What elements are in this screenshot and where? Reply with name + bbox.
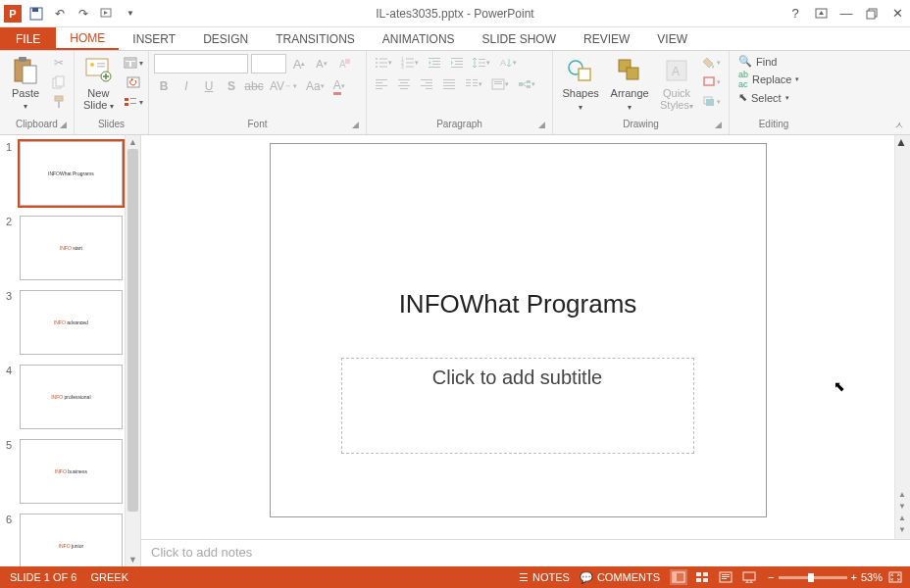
- drawing-launcher-icon[interactable]: ◢: [715, 120, 722, 129]
- notes-pane[interactable]: Click to add notes: [141, 539, 910, 566]
- close-icon[interactable]: ✕: [888, 5, 906, 23]
- slide-canvas[interactable]: INFOWhat Programs Click to add subtitle …: [141, 135, 894, 539]
- smartart-icon[interactable]: ▾: [515, 75, 538, 93]
- copy-icon[interactable]: [49, 74, 69, 91]
- editor-scroll-up-icon[interactable]: ▲: [895, 135, 910, 149]
- tab-animations[interactable]: ANIMATIONS: [369, 27, 469, 50]
- slideshow-view-icon[interactable]: [740, 569, 758, 585]
- zoom-in-icon[interactable]: +: [851, 571, 857, 583]
- tab-slide-show[interactable]: SLIDE SHOW: [469, 27, 570, 50]
- tab-file[interactable]: FILE: [0, 27, 56, 50]
- align-right-icon[interactable]: [417, 75, 436, 93]
- start-from-beginning-icon[interactable]: [98, 5, 116, 23]
- align-text-icon[interactable]: ▾: [488, 75, 512, 93]
- clipboard-launcher-icon[interactable]: ◢: [60, 120, 67, 129]
- shape-effects-icon[interactable]: ▾: [700, 93, 724, 111]
- cut-icon[interactable]: ✂: [49, 54, 69, 72]
- language-status[interactable]: GREEK: [90, 571, 128, 583]
- format-painter-icon[interactable]: [49, 93, 69, 111]
- scroll-up-icon[interactable]: ▲: [126, 135, 140, 149]
- collapse-ribbon-icon[interactable]: ㅅ: [894, 119, 904, 132]
- tab-design[interactable]: DESIGN: [189, 27, 262, 50]
- slide-thumbnail[interactable]: INFO junior: [20, 514, 123, 566]
- char-spacing-icon[interactable]: AV↔ ▾: [267, 77, 300, 95]
- comments-toggle[interactable]: 💬COMMENTS: [580, 571, 660, 584]
- font-color-icon[interactable]: A ▾: [330, 77, 348, 95]
- slide-thumbnail[interactable]: INFOWhat Programs: [20, 141, 123, 206]
- quick-styles-button[interactable]: A Quick Styles▾: [656, 54, 697, 114]
- save-icon[interactable]: [27, 5, 45, 23]
- zoom-out-icon[interactable]: −: [768, 571, 774, 583]
- align-center-icon[interactable]: [394, 75, 414, 93]
- align-left-icon[interactable]: [372, 75, 391, 93]
- normal-view-icon[interactable]: [670, 569, 687, 585]
- slide-counter[interactable]: SLIDE 1 OF 6: [10, 571, 76, 583]
- reset-icon[interactable]: [121, 74, 146, 91]
- columns-icon[interactable]: ▾: [462, 75, 485, 93]
- underline-icon[interactable]: U: [199, 77, 219, 95]
- slide-thumbnail[interactable]: INFO start: [20, 216, 123, 280]
- paragraph-launcher-icon[interactable]: ◢: [538, 120, 545, 129]
- shadow-icon[interactable]: S: [222, 77, 241, 95]
- slide-thumbnail[interactable]: INFO professional: [20, 365, 123, 429]
- decrease-indent-icon[interactable]: [425, 54, 444, 72]
- shape-fill-icon[interactable]: ▾: [700, 54, 724, 72]
- slide[interactable]: INFOWhat Programs Click to add subtitle: [270, 143, 767, 517]
- zoom-slider[interactable]: [779, 576, 847, 579]
- italic-icon[interactable]: I: [177, 77, 196, 95]
- editor-scrollbar[interactable]: ▲ ▲ ▼ ▲ ▼: [894, 135, 910, 539]
- scroll-down-icon[interactable]: ▼: [126, 553, 140, 566]
- slide-title[interactable]: INFOWhat Programs: [271, 289, 766, 319]
- shape-outline-icon[interactable]: ▾: [700, 74, 724, 91]
- tab-home[interactable]: HOME: [56, 27, 119, 50]
- next-slide-icon[interactable]: ▼: [895, 525, 909, 537]
- justify-icon[interactable]: [439, 75, 459, 93]
- line-spacing-icon[interactable]: ▾: [470, 54, 493, 72]
- change-case-icon[interactable]: Aa ▾: [303, 77, 328, 95]
- tab-view[interactable]: VIEW: [643, 27, 701, 50]
- decrease-font-icon[interactable]: A▾: [312, 55, 331, 73]
- arrange-button[interactable]: Arrange ▾: [606, 54, 653, 115]
- numbering-icon[interactable]: 123▾: [398, 54, 422, 72]
- shapes-button[interactable]: Shapes ▾: [558, 54, 603, 115]
- tab-transitions[interactable]: TRANSITIONS: [262, 27, 369, 50]
- slide-thumbnail[interactable]: INFO advanced: [20, 290, 123, 355]
- find-button[interactable]: 🔍Find: [734, 54, 781, 69]
- strikethrough-icon[interactable]: abc: [244, 77, 264, 95]
- minimize-icon[interactable]: —: [837, 5, 855, 23]
- increase-font-icon[interactable]: A▴: [289, 55, 309, 73]
- tab-review[interactable]: REVIEW: [570, 27, 643, 50]
- next-slide-double-icon[interactable]: ▲: [895, 514, 909, 525]
- qa-customize-icon[interactable]: ▼: [122, 5, 139, 23]
- restore-icon[interactable]: [863, 5, 881, 23]
- layout-icon[interactable]: ▾: [121, 54, 146, 72]
- font-size-select[interactable]: [251, 54, 286, 74]
- font-launcher-icon[interactable]: ◢: [352, 120, 359, 129]
- thumbnail-scrollbar[interactable]: ▲ ▼: [125, 135, 140, 566]
- paste-button[interactable]: Paste ▾: [5, 54, 46, 114]
- notes-toggle[interactable]: ☰NOTES: [519, 571, 570, 584]
- tab-insert[interactable]: INSERT: [119, 27, 189, 50]
- reading-view-icon[interactable]: [717, 569, 734, 585]
- zoom-level[interactable]: 53%: [861, 571, 883, 583]
- section-icon[interactable]: ▾: [121, 93, 146, 111]
- slide-sorter-icon[interactable]: [693, 569, 711, 585]
- prev-slide-icon[interactable]: ▲: [895, 490, 909, 502]
- redo-icon[interactable]: ↷: [75, 5, 92, 23]
- font-name-select[interactable]: [154, 54, 248, 74]
- help-icon[interactable]: ?: [786, 5, 804, 23]
- editor-scroll-handle[interactable]: [895, 149, 910, 482]
- bullets-icon[interactable]: ▾: [372, 54, 395, 72]
- scroll-down-icon[interactable]: ▼: [895, 502, 909, 514]
- select-button[interactable]: ⬉Select▾: [734, 90, 793, 105]
- increase-indent-icon[interactable]: [447, 54, 467, 72]
- subtitle-placeholder[interactable]: Click to add subtitle: [341, 358, 694, 454]
- ribbon-display-icon[interactable]: [812, 5, 830, 23]
- clear-formatting-icon[interactable]: A: [334, 55, 354, 73]
- fit-to-window-icon[interactable]: [886, 569, 904, 585]
- replace-button[interactable]: abacReplace▾: [734, 69, 803, 90]
- new-slide-button[interactable]: New Slide ▾: [79, 54, 118, 114]
- zoom-slider-handle[interactable]: [808, 573, 814, 582]
- thumbnail-scroll-handle[interactable]: [127, 149, 138, 512]
- bold-icon[interactable]: B: [154, 77, 174, 95]
